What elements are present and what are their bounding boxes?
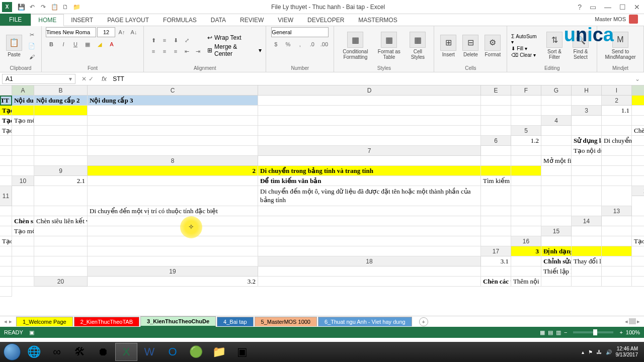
cell-a6[interactable]: 1.2 — [511, 136, 541, 146]
orientation-icon[interactable]: ⤢ — [181, 35, 192, 45]
page-layout-view-icon[interactable]: ▤ — [548, 329, 553, 336]
cell-a19[interactable] — [258, 266, 481, 277]
cell-a16[interactable] — [541, 236, 572, 246]
cell-empty[interactable] — [481, 96, 511, 106]
cell-d8[interactable]: Mở một file không phải dạng thông thường… — [541, 156, 572, 166]
format-as-table-button[interactable]: ▦Format as Table — [374, 31, 404, 61]
sheet-tab-4[interactable]: 4_Bai tap — [217, 317, 253, 326]
zoom-out-icon[interactable]: − — [564, 329, 567, 335]
cell-empty[interactable] — [602, 256, 632, 266]
tab-file[interactable]: FILE — [0, 14, 31, 26]
tab-formulas[interactable]: FORMULAS — [156, 15, 204, 26]
col-header-C[interactable]: C — [88, 85, 258, 96]
cell-empty[interactable] — [481, 126, 511, 136]
cell-empty[interactable] — [572, 96, 602, 106]
merge-center-button[interactable]: ⊞Merge & Center▾ — [207, 43, 262, 57]
sheet-nav-last-icon[interactable]: ▸ — [9, 318, 12, 325]
account-label[interactable]: Master MOS — [589, 13, 644, 26]
cell-b18[interactable] — [511, 256, 541, 266]
decimal-inc-icon[interactable]: .0 — [306, 39, 317, 49]
cell-empty[interactable] — [572, 176, 602, 186]
conditional-formatting-button[interactable]: ▦Conditional Formatting — [338, 31, 372, 61]
minimize-icon[interactable]: — — [602, 3, 613, 11]
start-button[interactable] — [2, 342, 22, 362]
cell-empty[interactable] — [88, 216, 258, 226]
close-icon[interactable]: ✕ — [632, 3, 642, 11]
align-center-icon[interactable]: ≡ — [159, 46, 170, 56]
cell-b17[interactable]: Định dạng bảng tính và trang tính — [541, 246, 572, 256]
cell-empty[interactable] — [88, 246, 258, 256]
cell-empty[interactable] — [481, 116, 511, 126]
paste-button[interactable]: 📋Paste — [4, 34, 24, 58]
cell-empty[interactable] — [632, 266, 644, 277]
decimal-dec-icon[interactable]: .00 — [318, 39, 330, 49]
spreadsheet-grid[interactable]: ABCDEFGHI1STTNội dung cấp 1Nội dung cấp … — [0, 85, 644, 316]
cell-empty[interactable] — [258, 116, 481, 126]
cell-empty[interactable] — [34, 126, 88, 136]
insert-cells-button[interactable]: ⊞Insert — [438, 34, 458, 58]
cell-b5[interactable] — [572, 126, 602, 136]
align-right-icon[interactable]: ≡ — [170, 46, 181, 56]
row-header-19[interactable]: 19 — [88, 266, 258, 277]
save-icon[interactable]: 💾 — [17, 3, 25, 11]
cell-empty[interactable] — [541, 206, 572, 216]
cancel-formula-icon[interactable]: ✕ — [82, 75, 87, 82]
col-header-B[interactable]: B — [34, 85, 88, 96]
cell-empty[interactable] — [88, 146, 258, 156]
cell-empty[interactable] — [34, 226, 88, 236]
hscroll-right-icon[interactable]: ▸ — [637, 318, 640, 325]
undo-icon[interactable]: ↶ — [28, 3, 36, 11]
delete-cells-button[interactable]: ⊟Delete — [460, 34, 480, 58]
cell-d6[interactable]: Di chuyển hoặc copy một worksheet — [602, 136, 632, 146]
cell-c10[interactable]: Để tìm kiếm văn bản — [258, 176, 481, 186]
row-header-9[interactable]: 9 — [34, 166, 88, 176]
tab-developer[interactable]: DEVELOPER — [300, 15, 351, 26]
italic-button[interactable]: I — [58, 39, 69, 49]
cell-empty[interactable] — [632, 176, 644, 186]
send-mindmanager-button[interactable]: MSend to MindManager — [601, 31, 639, 61]
cell-a1[interactable]: STT — [0, 96, 12, 106]
cell-a7[interactable] — [481, 146, 511, 156]
cell-b3[interactable] — [632, 106, 644, 116]
cell-empty[interactable] — [572, 186, 602, 206]
percent-icon[interactable]: % — [282, 39, 293, 49]
cell-c16[interactable] — [602, 236, 632, 246]
cell-a18[interactable]: 3.1 — [481, 256, 511, 266]
cell-empty[interactable] — [0, 256, 12, 266]
cell-empty[interactable] — [602, 146, 632, 156]
row-header-10[interactable]: 10 — [12, 176, 34, 186]
cell-d7[interactable]: Tạo nội dung từ 1 file text bằng cách im… — [572, 146, 602, 156]
font-size-select[interactable] — [97, 27, 115, 37]
macro-record-icon[interactable]: ▣ — [29, 329, 34, 336]
cell-empty[interactable] — [572, 206, 602, 216]
tab-home[interactable]: HOME — [31, 14, 64, 26]
cell-empty[interactable] — [602, 186, 632, 206]
hscroll-left-icon[interactable]: ◂ — [625, 318, 628, 325]
cell-d19[interactable]: Thiết lập khổ giấy mặc định/ tùy chọn — [541, 266, 572, 277]
vs-icon[interactable]: ∞ — [46, 343, 68, 361]
cell-b16[interactable] — [572, 236, 602, 246]
cell-d5[interactable]: Chèn thêm một worksheet mới — [632, 126, 644, 136]
increase-font-icon[interactable]: A↑ — [116, 27, 127, 37]
help-icon[interactable]: ? — [576, 3, 584, 11]
cell-b1[interactable]: Nội dung cấp 1 — [12, 96, 34, 106]
cell-a11[interactable] — [12, 186, 34, 206]
cell-empty[interactable] — [12, 166, 34, 176]
cell-empty[interactable] — [258, 246, 481, 256]
cell-empty[interactable] — [0, 146, 12, 156]
cell-empty[interactable] — [34, 116, 88, 126]
flag-icon[interactable]: ⚑ — [588, 349, 593, 355]
cell-empty[interactable] — [511, 206, 541, 216]
wrap-text-button[interactable]: ↩Wrap Text — [207, 34, 262, 41]
cell-empty[interactable] — [481, 106, 511, 116]
cell-d10[interactable]: Tìm kiếm định dạng — [481, 176, 511, 186]
page-break-view-icon[interactable]: ▥ — [556, 329, 561, 336]
sheet-tab-3[interactable]: 3_KienThucTheoChuDe — [140, 316, 216, 327]
row-header-15[interactable]: 15 — [541, 226, 572, 236]
cell-empty[interactable] — [0, 166, 12, 176]
cell-empty[interactable] — [511, 176, 541, 186]
cell-empty[interactable] — [481, 226, 511, 236]
cell-b8[interactable] — [481, 156, 511, 166]
outlook-icon[interactable]: O — [162, 343, 184, 361]
cell-empty[interactable] — [541, 96, 572, 106]
